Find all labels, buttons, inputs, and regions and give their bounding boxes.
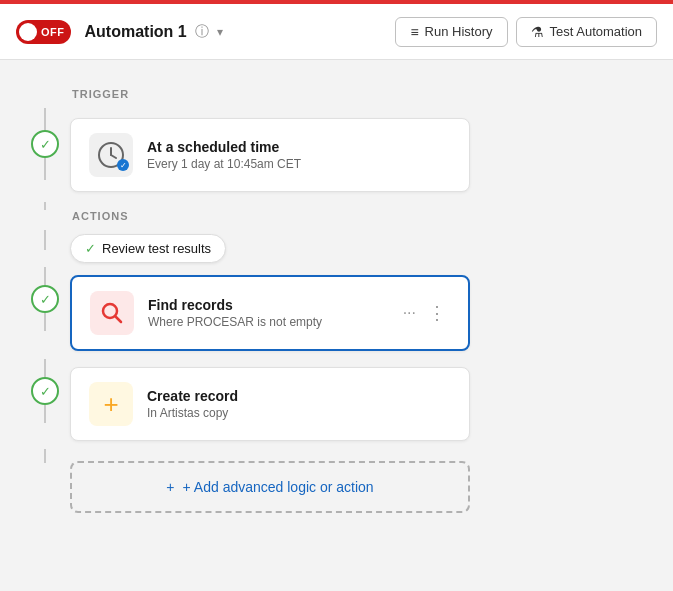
trigger-row: TRIGGER	[20, 80, 653, 108]
add-icon: +	[166, 479, 174, 495]
trigger-card-subtitle: Every 1 day at 10:45am CET	[147, 157, 451, 171]
trigger-spine	[20, 80, 70, 108]
trigger-label-col: TRIGGER	[70, 80, 653, 108]
add-action-spine	[20, 449, 70, 513]
info-icon[interactable]: ⓘ	[195, 23, 209, 41]
spine-line-bottom	[44, 158, 46, 180]
actions-section-label: ACTIONS	[72, 210, 129, 222]
trigger-card[interactable]: ✓ At a scheduled time Every 1 day at 10:…	[70, 118, 470, 192]
run-history-label: Run History	[425, 24, 493, 39]
trigger-card-row: ✓ ✓	[20, 108, 653, 202]
spacer-bot	[44, 405, 46, 423]
search-svg	[100, 301, 124, 325]
trigger-card-spine: ✓	[20, 108, 70, 202]
trigger-card-content: At a scheduled time Every 1 day at 10:45…	[147, 139, 451, 171]
test-automation-button[interactable]: ⚗ Test Automation	[516, 17, 658, 47]
list-icon: ≡	[410, 24, 418, 40]
create-record-spine: ✓	[20, 359, 70, 449]
actions-label-col: ACTIONS	[70, 202, 653, 230]
clock-card-icon: ✓	[89, 133, 133, 177]
automation-toggle[interactable]: OFF	[16, 20, 71, 44]
plus-icon: +	[103, 389, 118, 420]
find-records-spine: ✓	[20, 267, 70, 359]
trigger-check-circle: ✓	[31, 130, 59, 158]
create-record-title: Create record	[147, 388, 451, 404]
create-card-icon: +	[89, 382, 133, 426]
svg-line-2	[111, 155, 116, 158]
trigger-card-title: At a scheduled time	[147, 139, 451, 155]
find-records-actions: ··· ⋮	[399, 300, 450, 326]
flask-icon: ⚗	[531, 24, 544, 40]
spine-line-top	[44, 108, 46, 130]
automation-name: Automation 1	[85, 23, 187, 41]
review-label: Review test results	[102, 241, 211, 256]
toggle-circle	[19, 23, 37, 41]
trigger-card-col: ✓ At a scheduled time Every 1 day at 10:…	[70, 108, 653, 202]
spacer-top	[44, 267, 46, 285]
test-automation-label: Test Automation	[550, 24, 643, 39]
find-records-subtitle: Where PROCESAR is not empty	[148, 315, 385, 329]
header: OFF Automation 1 ⓘ ▾ ≡ Run History ⚗ Tes…	[0, 4, 673, 60]
search-card-icon	[90, 291, 134, 335]
chevron-down-icon[interactable]: ▾	[217, 25, 223, 39]
add-action-button[interactable]: + + Add advanced logic or action	[70, 461, 470, 513]
create-record-row: ✓ + Create record In Artistas copy	[20, 359, 653, 449]
add-action-label: + Add advanced logic or action	[183, 479, 374, 495]
more-options-dots[interactable]: ···	[399, 302, 420, 324]
create-record-subtitle: In Artistas copy	[147, 406, 451, 420]
toggle-label: OFF	[41, 26, 65, 38]
drag-handle-icon[interactable]: ⋮	[424, 300, 450, 326]
review-check-icon: ✓	[85, 241, 96, 256]
spacer	[44, 230, 46, 250]
actions-label-row: ACTIONS	[20, 202, 653, 230]
create-record-check: ✓	[31, 377, 59, 405]
find-records-col: Find records Where PROCESAR is not empty…	[70, 267, 653, 359]
find-records-card[interactable]: Find records Where PROCESAR is not empty…	[70, 275, 470, 351]
review-col: ✓ Review test results	[70, 230, 653, 267]
find-records-check: ✓	[31, 285, 59, 313]
find-records-row: ✓ Find records Where PROCESAR	[20, 267, 653, 359]
canvas: TRIGGER ✓	[0, 60, 673, 591]
flow-wrapper: TRIGGER ✓	[20, 80, 653, 513]
run-history-button[interactable]: ≡ Run History	[395, 17, 507, 47]
clock-icon-wrap: ✓	[97, 141, 125, 169]
spacer-bot	[44, 313, 46, 331]
spacer	[44, 449, 46, 463]
review-spine	[20, 230, 70, 267]
clock-badge: ✓	[117, 159, 129, 171]
spacer-line	[44, 202, 46, 210]
review-row: ✓ Review test results	[20, 230, 653, 267]
flow-layout: TRIGGER ✓	[0, 60, 673, 533]
find-records-title: Find records	[148, 297, 385, 313]
add-action-col: + + Add advanced logic or action	[70, 449, 653, 513]
create-record-col: + Create record In Artistas copy	[70, 359, 653, 449]
find-records-content: Find records Where PROCESAR is not empty	[148, 297, 385, 329]
actions-label-spine	[20, 202, 70, 230]
trigger-section-label: TRIGGER	[72, 88, 129, 100]
spacer-top	[44, 359, 46, 377]
create-record-card[interactable]: + Create record In Artistas copy	[70, 367, 470, 441]
create-record-content: Create record In Artistas copy	[147, 388, 451, 420]
review-test-results-button[interactable]: ✓ Review test results	[70, 234, 226, 263]
add-action-row: + + Add advanced logic or action	[20, 449, 653, 513]
svg-line-4	[116, 317, 122, 323]
